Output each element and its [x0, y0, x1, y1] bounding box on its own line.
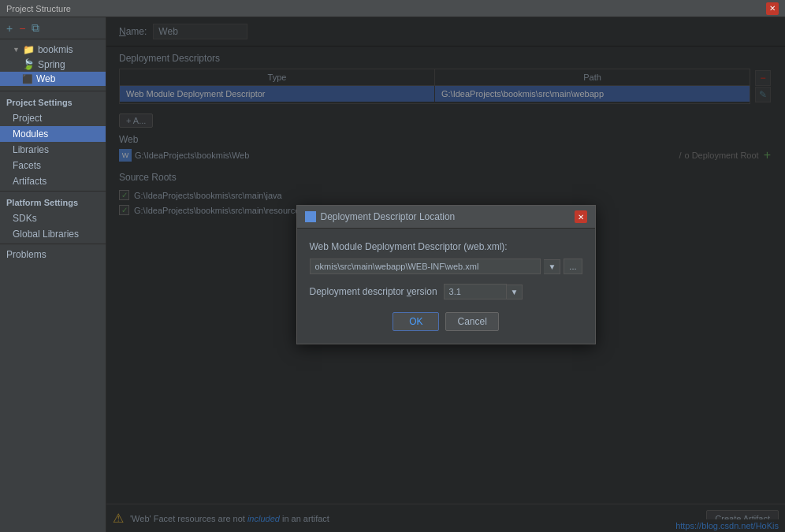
- dialog-overlay: Deployment Descriptor Location ✕ Web Mod…: [106, 17, 785, 532]
- platform-settings-header: Platform Settings: [0, 193, 106, 210]
- tree-item-label: Web: [36, 73, 55, 84]
- sidebar-item-project[interactable]: Project: [0, 110, 106, 126]
- dialog-close-btn[interactable]: ✕: [575, 210, 587, 223]
- content-area: Name: Deployment Descriptors Type Path W…: [106, 17, 785, 532]
- ok-button[interactable]: OK: [392, 312, 439, 331]
- dropdown-arrow-icon[interactable]: ▼: [544, 259, 560, 274]
- sidebar-divider-1: [0, 91, 106, 91]
- tree-item-label: Spring: [38, 59, 65, 70]
- dialog-buttons: OK Cancel: [310, 312, 582, 331]
- title-bar: Project Structure ✕: [0, 0, 785, 17]
- tree-item-web[interactable]: ⬛ Web: [0, 72, 106, 86]
- sidebar-item-artifacts[interactable]: Artifacts: [0, 173, 106, 189]
- spring-icon: 🍃: [22, 58, 35, 70]
- dialog: Deployment Descriptor Location ✕ Web Mod…: [296, 205, 596, 344]
- version-label: Deployment descriptor version: [310, 286, 437, 297]
- cancel-button[interactable]: Cancel: [445, 312, 498, 331]
- tree-item-label: bookmis: [38, 44, 73, 55]
- close-button[interactable]: ✕: [766, 2, 779, 15]
- add-icon[interactable]: +: [5, 20, 14, 36]
- descriptor-label: Web Module Deployment Descriptor (web.xm…: [310, 241, 582, 252]
- version-select-row: 3.1 ▼: [444, 284, 582, 299]
- sidebar-divider-3: [0, 244, 106, 244]
- dialog-title-text: Deployment Descriptor Location: [321, 211, 456, 222]
- folder-icon: 📁: [23, 44, 35, 55]
- version-select[interactable]: 3.1: [444, 284, 507, 299]
- copy-icon[interactable]: ⧉: [30, 20, 41, 36]
- dialog-version-row: Deployment descriptor version 3.1 ▼: [310, 284, 582, 299]
- sidebar-toolbar: + − ⧉: [0, 17, 106, 39]
- sidebar-item-problems[interactable]: Problems: [0, 246, 106, 263]
- descriptor-path-dropdown[interactable]: okmis\src\main\webapp\WEB-INF\web.xml: [310, 259, 541, 274]
- sidebar-item-modules[interactable]: Modules: [0, 126, 106, 142]
- remove-icon[interactable]: −: [17, 20, 27, 36]
- sidebar-item-libraries[interactable]: Libraries: [0, 142, 106, 158]
- browse-button[interactable]: ...: [564, 259, 582, 274]
- project-settings-header: Project Settings: [0, 93, 106, 110]
- dialog-title-bar: Deployment Descriptor Location ✕: [297, 206, 595, 229]
- sidebar: + − ⧉ ▼ 📁 bookmis 🍃 Spring ⬛ Web Project…: [0, 17, 106, 532]
- sidebar-item-facets[interactable]: Facets: [0, 158, 106, 173]
- chevron-down-icon: ▼: [13, 46, 20, 54]
- project-tree: ▼ 📁 bookmis 🍃 Spring ⬛ Web: [0, 39, 106, 89]
- web-icon: ⬛: [22, 74, 33, 84]
- sidebar-divider-2: [0, 191, 106, 192]
- tree-item-bookmis[interactable]: ▼ 📁 bookmis: [0, 43, 106, 57]
- dialog-content: Web Module Deployment Descriptor (web.xm…: [297, 229, 595, 344]
- title-bar-text: Project Structure: [6, 4, 71, 13]
- main-layout: + − ⧉ ▼ 📁 bookmis 🍃 Spring ⬛ Web Project…: [0, 17, 785, 532]
- sidebar-item-sdks[interactable]: SDKs: [0, 210, 106, 226]
- dialog-dropdown-row: okmis\src\main\webapp\WEB-INF\web.xml ▼ …: [310, 259, 582, 274]
- tree-item-spring[interactable]: 🍃 Spring: [0, 57, 106, 72]
- sidebar-item-global-libraries[interactable]: Global Libraries: [0, 226, 106, 242]
- dialog-title-icon: [305, 211, 316, 222]
- version-dropdown-arrow-icon[interactable]: ▼: [507, 285, 523, 299]
